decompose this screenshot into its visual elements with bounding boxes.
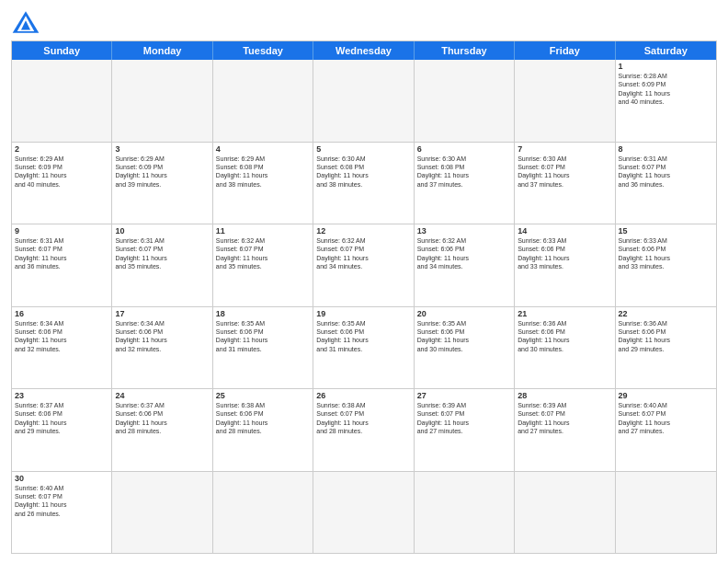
logo-icon — [11, 9, 40, 35]
day-cell-26: 26Sunrise: 6:38 AM Sunset: 6:07 PM Dayli… — [313, 389, 414, 471]
day-number: 11 — [216, 226, 310, 236]
day-cell-30: 30Sunrise: 6:40 AM Sunset: 6:07 PM Dayli… — [12, 472, 112, 554]
cell-text: Sunrise: 6:30 AM Sunset: 6:07 PM Dayligh… — [518, 155, 611, 190]
day-cell-11: 11Sunrise: 6:32 AM Sunset: 6:07 PM Dayli… — [213, 224, 313, 306]
day-cell-8: 8Sunrise: 6:31 AM Sunset: 6:07 PM Daylig… — [616, 143, 716, 224]
day-number: 20 — [417, 309, 511, 318]
empty-cell-0-0 — [12, 60, 112, 142]
empty-cell-0-2 — [213, 60, 313, 142]
day-number: 18 — [216, 309, 310, 318]
day-number: 28 — [518, 391, 611, 400]
empty-cell-5-1 — [112, 472, 212, 554]
empty-cell-0-5 — [515, 60, 615, 142]
cell-text: Sunrise: 6:35 AM Sunset: 6:06 PM Dayligh… — [216, 319, 310, 354]
logo — [11, 9, 44, 35]
header-day-sunday: Sunday — [12, 41, 112, 60]
cell-text: Sunrise: 6:29 AM Sunset: 6:09 PM Dayligh… — [15, 155, 108, 190]
calendar-row-5: 30Sunrise: 6:40 AM Sunset: 6:07 PM Dayli… — [12, 471, 716, 554]
cell-text: Sunrise: 6:30 AM Sunset: 6:08 PM Dayligh… — [316, 155, 410, 190]
day-number: 12 — [316, 226, 410, 236]
calendar-header: SundayMondayTuesdayWednesdayThursdayFrid… — [12, 41, 716, 60]
day-number: 14 — [518, 226, 611, 236]
header-day-wednesday: Wednesday — [313, 41, 414, 60]
cell-text: Sunrise: 6:40 AM Sunset: 6:07 PM Dayligh… — [619, 401, 713, 436]
cell-text: Sunrise: 6:36 AM Sunset: 6:06 PM Dayligh… — [518, 319, 611, 354]
day-number: 19 — [316, 309, 410, 318]
day-cell-9: 9Sunrise: 6:31 AM Sunset: 6:07 PM Daylig… — [12, 224, 112, 306]
cell-text: Sunrise: 6:30 AM Sunset: 6:08 PM Dayligh… — [417, 155, 511, 190]
cell-text: Sunrise: 6:29 AM Sunset: 6:09 PM Dayligh… — [115, 155, 209, 190]
day-number: 9 — [15, 226, 108, 236]
calendar-row-0: 1Sunrise: 6:28 AM Sunset: 6:09 PM Daylig… — [12, 60, 716, 142]
header-day-friday: Friday — [515, 41, 615, 60]
day-number: 1 — [619, 62, 713, 71]
day-number: 30 — [15, 474, 108, 483]
day-number: 5 — [316, 144, 410, 154]
day-number: 22 — [619, 309, 713, 318]
cell-text: Sunrise: 6:32 AM Sunset: 6:06 PM Dayligh… — [417, 236, 511, 271]
cell-text: Sunrise: 6:33 AM Sunset: 6:06 PM Dayligh… — [518, 236, 611, 271]
cell-text: Sunrise: 6:37 AM Sunset: 6:06 PM Dayligh… — [115, 401, 209, 436]
empty-cell-5-5 — [515, 472, 615, 554]
day-number: 7 — [518, 144, 611, 154]
day-cell-27: 27Sunrise: 6:39 AM Sunset: 6:07 PM Dayli… — [415, 389, 515, 471]
day-cell-20: 20Sunrise: 6:35 AM Sunset: 6:06 PM Dayli… — [415, 307, 515, 389]
cell-text: Sunrise: 6:31 AM Sunset: 6:07 PM Dayligh… — [619, 155, 713, 190]
header-day-tuesday: Tuesday — [213, 41, 313, 60]
day-cell-14: 14Sunrise: 6:33 AM Sunset: 6:06 PM Dayli… — [515, 224, 615, 306]
day-number: 2 — [15, 144, 108, 154]
day-cell-6: 6Sunrise: 6:30 AM Sunset: 6:08 PM Daylig… — [415, 143, 515, 224]
header-day-saturday: Saturday — [616, 41, 716, 60]
day-cell-28: 28Sunrise: 6:39 AM Sunset: 6:07 PM Dayli… — [515, 389, 615, 471]
cell-text: Sunrise: 6:34 AM Sunset: 6:06 PM Dayligh… — [115, 319, 209, 354]
day-cell-25: 25Sunrise: 6:38 AM Sunset: 6:06 PM Dayli… — [213, 389, 313, 471]
day-number: 10 — [115, 226, 209, 236]
day-cell-19: 19Sunrise: 6:35 AM Sunset: 6:06 PM Dayli… — [313, 307, 414, 389]
day-cell-12: 12Sunrise: 6:32 AM Sunset: 6:07 PM Dayli… — [313, 224, 414, 306]
day-cell-29: 29Sunrise: 6:40 AM Sunset: 6:07 PM Dayli… — [616, 389, 716, 471]
day-cell-2: 2Sunrise: 6:29 AM Sunset: 6:09 PM Daylig… — [12, 143, 112, 224]
day-number: 25 — [216, 391, 310, 400]
day-cell-23: 23Sunrise: 6:37 AM Sunset: 6:06 PM Dayli… — [12, 389, 112, 471]
header-day-thursday: Thursday — [415, 41, 515, 60]
calendar-row-1: 2Sunrise: 6:29 AM Sunset: 6:09 PM Daylig… — [12, 142, 716, 224]
day-cell-3: 3Sunrise: 6:29 AM Sunset: 6:09 PM Daylig… — [112, 143, 212, 224]
day-cell-5: 5Sunrise: 6:30 AM Sunset: 6:08 PM Daylig… — [313, 143, 414, 224]
empty-cell-0-1 — [112, 60, 212, 142]
calendar-row-4: 23Sunrise: 6:37 AM Sunset: 6:06 PM Dayli… — [12, 388, 716, 471]
day-number: 13 — [417, 226, 511, 236]
day-cell-24: 24Sunrise: 6:37 AM Sunset: 6:06 PM Dayli… — [112, 389, 212, 471]
day-cell-18: 18Sunrise: 6:35 AM Sunset: 6:06 PM Dayli… — [213, 307, 313, 389]
day-number: 3 — [115, 144, 209, 154]
day-cell-21: 21Sunrise: 6:36 AM Sunset: 6:06 PM Dayli… — [515, 307, 615, 389]
calendar-row-2: 9Sunrise: 6:31 AM Sunset: 6:07 PM Daylig… — [12, 224, 716, 306]
empty-cell-0-3 — [313, 60, 414, 142]
empty-cell-5-3 — [313, 472, 414, 554]
day-number: 27 — [417, 391, 511, 400]
day-number: 29 — [619, 391, 713, 400]
day-cell-22: 22Sunrise: 6:36 AM Sunset: 6:06 PM Dayli… — [616, 307, 716, 389]
day-cell-4: 4Sunrise: 6:29 AM Sunset: 6:08 PM Daylig… — [213, 143, 313, 224]
calendar-body: 1Sunrise: 6:28 AM Sunset: 6:09 PM Daylig… — [12, 60, 716, 553]
day-number: 26 — [316, 391, 410, 400]
day-cell-13: 13Sunrise: 6:32 AM Sunset: 6:06 PM Dayli… — [415, 224, 515, 306]
empty-cell-5-2 — [213, 472, 313, 554]
cell-text: Sunrise: 6:37 AM Sunset: 6:06 PM Dayligh… — [15, 401, 108, 436]
cell-text: Sunrise: 6:35 AM Sunset: 6:06 PM Dayligh… — [417, 319, 511, 354]
day-cell-1: 1Sunrise: 6:28 AM Sunset: 6:09 PM Daylig… — [616, 60, 716, 142]
day-cell-10: 10Sunrise: 6:31 AM Sunset: 6:07 PM Dayli… — [112, 224, 212, 306]
cell-text: Sunrise: 6:34 AM Sunset: 6:06 PM Dayligh… — [15, 319, 108, 354]
day-cell-17: 17Sunrise: 6:34 AM Sunset: 6:06 PM Dayli… — [112, 307, 212, 389]
day-number: 23 — [15, 391, 108, 400]
cell-text: Sunrise: 6:31 AM Sunset: 6:07 PM Dayligh… — [115, 236, 209, 271]
day-number: 24 — [115, 391, 209, 400]
cell-text: Sunrise: 6:38 AM Sunset: 6:07 PM Dayligh… — [316, 401, 410, 436]
day-number: 15 — [619, 226, 713, 236]
calendar: SundayMondayTuesdayWednesdayThursdayFrid… — [11, 40, 717, 554]
day-number: 17 — [115, 309, 209, 318]
day-number: 8 — [619, 144, 713, 154]
cell-text: Sunrise: 6:40 AM Sunset: 6:07 PM Dayligh… — [15, 484, 108, 519]
day-cell-15: 15Sunrise: 6:33 AM Sunset: 6:06 PM Dayli… — [616, 224, 716, 306]
cell-text: Sunrise: 6:31 AM Sunset: 6:07 PM Dayligh… — [15, 236, 108, 271]
cell-text: Sunrise: 6:38 AM Sunset: 6:06 PM Dayligh… — [216, 401, 310, 436]
